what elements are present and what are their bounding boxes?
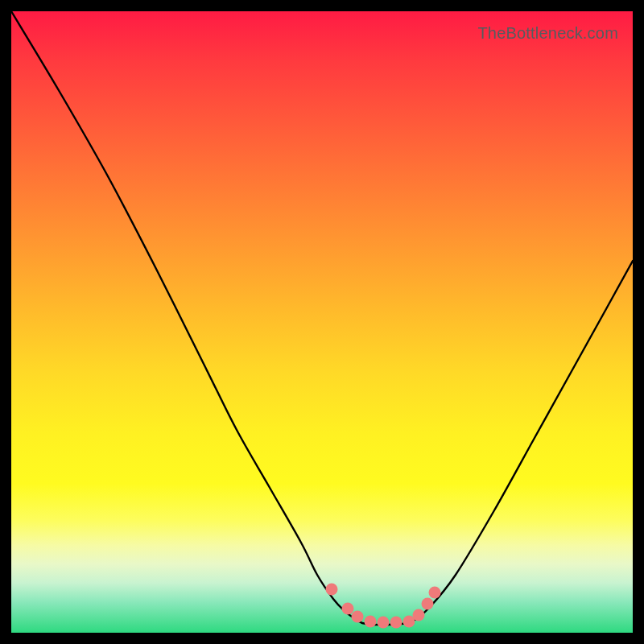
valley-marker-dot xyxy=(422,598,434,610)
valley-marker-dot xyxy=(342,603,354,615)
valley-marker-dot xyxy=(429,587,441,599)
chart-frame: TheBottleneck.com xyxy=(0,0,644,644)
valley-marker-dot xyxy=(352,611,364,623)
valley-marker-dot xyxy=(378,617,390,629)
bottleneck-curve xyxy=(11,11,633,625)
curve-layer xyxy=(11,11,633,633)
plot-area: TheBottleneck.com xyxy=(11,11,633,633)
valley-marker-dot xyxy=(326,584,338,596)
watermark-text: TheBottleneck.com xyxy=(477,24,618,43)
valley-marker-dot xyxy=(413,609,425,621)
valley-marker-dot xyxy=(390,617,402,629)
valley-marker-dot xyxy=(365,616,377,628)
